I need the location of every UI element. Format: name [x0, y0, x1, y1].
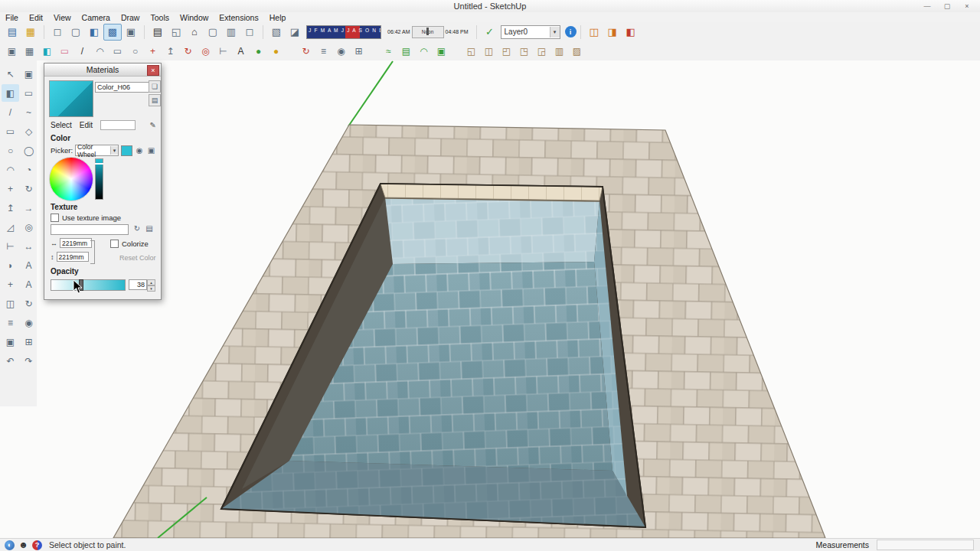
shadow-toggle-icon[interactable]: ◪ [286, 24, 304, 41]
texture-file-field[interactable] [51, 224, 129, 235]
tape-measure-small-icon[interactable]: ⊢ [214, 43, 232, 59]
chevron-down-icon[interactable]: ▾ [550, 27, 560, 37]
orbit-small-icon[interactable]: ↻ [297, 43, 315, 59]
new-icon[interactable]: ▤ [3, 24, 21, 41]
sun-icon[interactable]: ● [250, 43, 267, 59]
rotated-rectangle-icon[interactable]: ◇ [20, 122, 38, 140]
arc-small-icon[interactable]: ◠ [91, 43, 109, 59]
scale-icon[interactable]: ◿ [2, 218, 19, 236]
chevron-down-icon[interactable]: ▾ [110, 146, 118, 155]
make-component-icon[interactable]: ▣ [3, 43, 21, 59]
offset-icon[interactable]: ◎ [20, 218, 38, 236]
sandbox-from-contours-icon[interactable]: ≈ [380, 43, 397, 59]
menu-item[interactable]: Window [175, 12, 214, 22]
menu-item[interactable]: Extensions [214, 12, 263, 22]
match-object-color-icon[interactable]: ◉ [134, 145, 144, 155]
push-pull-small-icon[interactable]: ↥ [162, 43, 179, 59]
measurements-field[interactable] [877, 540, 974, 550]
make-component-icon[interactable]: ▣ [20, 65, 38, 83]
eraser-icon[interactable]: ▭ [20, 84, 38, 102]
colorize-checkbox[interactable]: Colorize [110, 240, 149, 248]
move-icon[interactable]: + [2, 180, 19, 197]
display-panes-icon[interactable]: ▤ [149, 94, 161, 106]
zoom-extents-icon[interactable]: ⊞ [20, 333, 38, 350]
zoom-small-icon[interactable]: ◉ [332, 43, 350, 59]
time-slider-thumb[interactable] [426, 28, 429, 35]
pan-small-icon[interactable]: ≡ [315, 43, 332, 59]
paint-bucket-icon[interactable]: ◧ [2, 84, 19, 102]
maximize-button[interactable]: ▢ [937, 0, 957, 11]
axes-icon[interactable]: + [2, 276, 19, 293]
open-icon[interactable]: ▦ [21, 24, 40, 41]
shaded-style-icon[interactable]: ◧ [85, 24, 103, 41]
dimension-icon[interactable]: ↔ [20, 237, 38, 255]
shadow-time-icon[interactable]: ● [267, 43, 285, 59]
circle-small-icon[interactable]: ○ [126, 43, 144, 59]
back-view-icon[interactable]: ◻ [240, 24, 259, 41]
paint-bucket-small-icon[interactable]: ◧ [38, 43, 56, 59]
material-search-field[interactable] [100, 120, 136, 130]
front-view-icon[interactable]: ▢ [204, 24, 222, 41]
menu-item[interactable]: Draw [116, 12, 145, 22]
layer-visible-check-icon[interactable]: ✓ [481, 24, 499, 41]
rotate-icon[interactable]: ↻ [20, 180, 38, 197]
pan-icon[interactable]: ≡ [2, 314, 19, 331]
orbit-icon[interactable]: ↻ [20, 295, 38, 312]
union-icon[interactable]: ◰ [498, 43, 515, 59]
minimize-button[interactable]: — [917, 0, 937, 11]
pie-icon[interactable]: ◔ [20, 161, 38, 178]
materials-panel-title[interactable]: Materials [44, 64, 161, 77]
text-icon[interactable]: A [20, 256, 38, 274]
time-slider-track[interactable]: Noon [412, 26, 444, 38]
push-pull-icon[interactable]: ↥ [2, 199, 19, 217]
subtract-icon[interactable]: ◳ [515, 43, 533, 59]
move-small-icon[interactable]: + [144, 43, 162, 59]
create-material-icon[interactable]: ❏ [149, 80, 161, 93]
help-icon[interactable]: ? [32, 540, 42, 550]
color-value-slider[interactable] [95, 158, 103, 200]
circle-icon[interactable]: ○ [2, 142, 19, 159]
color-wheel[interactable] [49, 157, 93, 201]
line-small-icon[interactable]: / [74, 43, 91, 59]
wireframe-style-icon[interactable]: ◻ [48, 24, 67, 41]
sandbox-from-scratch-icon[interactable]: ▤ [397, 43, 415, 59]
rectangle-small-icon[interactable]: ▭ [109, 43, 126, 59]
intersect-icon[interactable]: ◫ [480, 43, 498, 59]
right-view-icon[interactable]: ▥ [222, 24, 240, 41]
smoove-icon[interactable]: ◠ [415, 43, 433, 59]
opacity-slider[interactable] [51, 279, 126, 291]
color-value-marker[interactable] [95, 163, 103, 165]
spinner-down-icon[interactable]: ▾ [147, 285, 155, 292]
offset-small-icon[interactable]: ◎ [197, 43, 214, 59]
top-view-icon[interactable]: ⌂ [185, 24, 204, 41]
checkbox-icon[interactable] [110, 240, 119, 248]
shadow-time-slider[interactable]: 06:42 AM Noon 04:48 PM [386, 26, 470, 38]
texture-width-field[interactable]: 2219mm [60, 238, 92, 248]
stamp-icon[interactable]: ▣ [433, 43, 450, 59]
shadow-settings-icon[interactable]: ▧ [267, 24, 286, 41]
follow-me-icon[interactable]: → [20, 199, 38, 217]
polygon-icon[interactable]: ◯ [20, 142, 38, 159]
arc-icon[interactable]: ◠ [2, 161, 19, 178]
shaded-textured-style-icon[interactable]: ▩ [103, 24, 122, 41]
picker-dropdown[interactable]: Color Wheel ▾ [75, 145, 119, 156]
geolocation-icon[interactable]: ◐ [5, 540, 15, 550]
shadow-date-slider[interactable]: J F M A M J J A S O N D [306, 25, 381, 39]
rectangle-icon[interactable]: ▭ [2, 122, 19, 140]
outer-shell-icon[interactable]: ◱ [462, 43, 480, 59]
display-section-planes-icon[interactable]: ◨ [603, 24, 622, 41]
next-view-icon[interactable]: ↷ [20, 352, 38, 370]
menu-item[interactable]: Edit [24, 12, 48, 22]
monochrome-style-icon[interactable]: ▣ [122, 24, 140, 41]
zoom-window-icon[interactable]: ▣ [2, 333, 19, 350]
section-plane-icon[interactable]: ◫ [2, 295, 19, 312]
close-icon[interactable]: × [147, 65, 159, 76]
opacity-value-field[interactable]: 38 [129, 279, 147, 290]
eraser-small-icon[interactable]: ▭ [56, 43, 74, 59]
layer-dropdown[interactable]: Layer0 ▾ [501, 25, 560, 39]
browse-texture-icon[interactable]: ▤ [144, 223, 155, 233]
zoom-icon[interactable]: ◉ [20, 314, 38, 331]
checkbox-icon[interactable] [51, 214, 59, 222]
sample-paint-icon[interactable]: ✎ [150, 121, 156, 129]
split-icon[interactable]: ▥ [550, 43, 568, 59]
